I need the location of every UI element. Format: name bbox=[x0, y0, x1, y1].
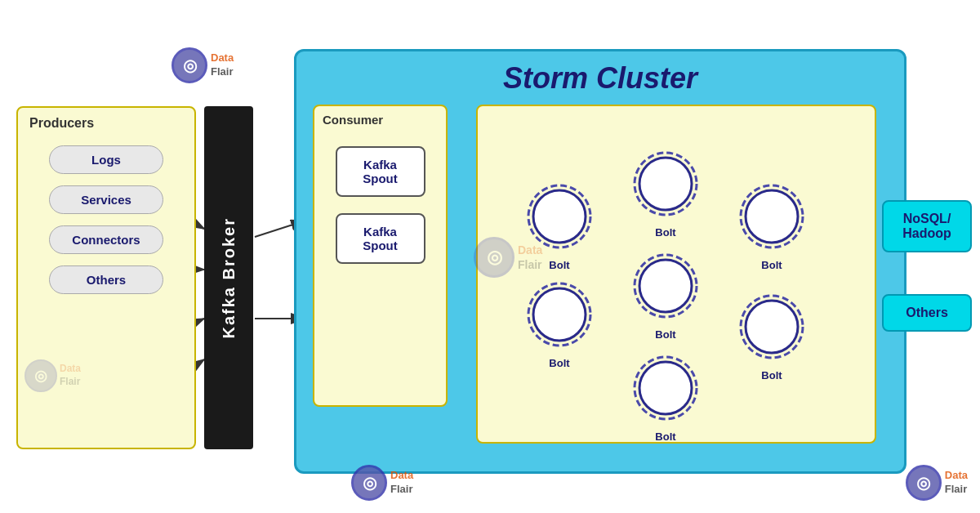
bolt-cog-5 bbox=[629, 351, 702, 425]
bolt-label-2: Bolt bbox=[549, 357, 569, 369]
bolt-label-4: Bolt bbox=[655, 328, 675, 341]
dataflair-watermark-bottom-center: ◎ Data Flair bbox=[351, 465, 413, 501]
bolt-cog-4 bbox=[629, 249, 702, 323]
svg-point-21 bbox=[533, 288, 586, 341]
storm-cluster-box: Storm Cluster Bolt Bolt bbox=[294, 49, 906, 474]
producers-label: Producers bbox=[18, 108, 194, 134]
output-nosql: NoSQL/Hadoop bbox=[882, 200, 972, 252]
kafka-broker: Kafka Broker bbox=[204, 106, 253, 449]
consumer-label: Consumer bbox=[314, 106, 446, 130]
svg-point-25 bbox=[639, 260, 692, 312]
producer-connectors: Connectors bbox=[49, 225, 163, 254]
svg-point-31 bbox=[746, 301, 798, 353]
dataflair-text-br: Data Flair bbox=[945, 469, 968, 497]
kafka-spout-1: KafkaSpout bbox=[336, 146, 425, 197]
svg-point-19 bbox=[533, 190, 586, 243]
dataflair-watermark-center: ◎ Data Flair bbox=[474, 237, 542, 278]
dataflair-watermark-top: ◎ Data Flair bbox=[172, 47, 234, 83]
dataflair-watermark-bottom-right: ◎ Data Flair bbox=[906, 465, 968, 501]
consumer-box: Consumer KafkaSpout KafkaSpout bbox=[313, 105, 448, 407]
dataflair-text-prod: Data Flair bbox=[60, 363, 81, 388]
svg-point-23 bbox=[639, 158, 692, 210]
diagram-container: Storm Cluster Bolt Bolt bbox=[0, 0, 980, 513]
dataflair-logo-br: ◎ bbox=[906, 465, 942, 501]
storm-cluster-title: Storm Cluster bbox=[296, 51, 904, 96]
producer-services: Services bbox=[49, 185, 163, 214]
dataflair-text-bc: Data Flair bbox=[390, 469, 413, 497]
bolt-label-6: Bolt bbox=[761, 259, 782, 271]
bolt-cog-6 bbox=[735, 180, 808, 253]
bolt-circle-5: Bolt bbox=[629, 351, 702, 428]
bolt-label-1: Bolt bbox=[549, 259, 569, 271]
svg-point-29 bbox=[746, 190, 798, 243]
dataflair-text-center: Data Flair bbox=[518, 243, 542, 272]
bolt-circle-3: Bolt bbox=[629, 147, 702, 224]
bolt-circle-6: Bolt bbox=[735, 180, 808, 256]
kafka-broker-label: Kafka Broker bbox=[220, 217, 238, 339]
kafka-spout-2: KafkaSpout bbox=[336, 213, 425, 264]
dataflair-logo-bc: ◎ bbox=[351, 465, 387, 501]
bolt-circle-4: Bolt bbox=[629, 249, 702, 326]
output-others: Others bbox=[882, 294, 972, 332]
producer-others: Others bbox=[49, 265, 163, 294]
dataflair-logo-prod: ◎ bbox=[24, 359, 57, 392]
bolt-circle-7: Bolt bbox=[735, 290, 808, 367]
bolt-cog-2 bbox=[523, 278, 596, 351]
dataflair-watermark-producers: ◎ Data Flair bbox=[24, 359, 81, 392]
bolt-label-3: Bolt bbox=[655, 226, 675, 239]
bolt-label-7: Bolt bbox=[761, 369, 782, 381]
dataflair-logo-center: ◎ bbox=[474, 237, 514, 278]
bolt-cog-7 bbox=[735, 290, 808, 364]
bolt-circle-2: Bolt bbox=[523, 278, 596, 355]
bolt-label-5: Bolt bbox=[655, 430, 675, 443]
producers-box: Producers Logs Services Connectors Other… bbox=[16, 106, 196, 449]
dataflair-text-top: Data Flair bbox=[211, 51, 234, 79]
bolt-cog-3 bbox=[629, 147, 702, 221]
producer-logs: Logs bbox=[49, 145, 163, 174]
dataflair-logo-top: ◎ bbox=[172, 47, 207, 83]
svg-point-27 bbox=[639, 362, 692, 414]
